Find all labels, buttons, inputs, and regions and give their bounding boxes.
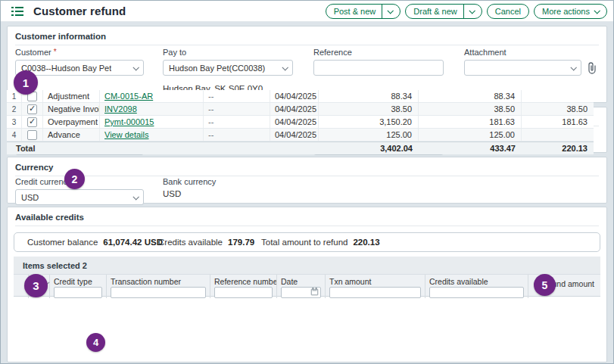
- customer-select[interactable]: C0038--Hudson Bay Pet: [15, 60, 144, 76]
- callout-4: 4: [86, 333, 105, 352]
- row-checkbox[interactable]: [27, 117, 37, 127]
- credit-type-filter[interactable]: [54, 287, 102, 298]
- credit-type-header: Credit type: [50, 275, 107, 298]
- items-selected-bar: Items selected 2: [14, 257, 600, 275]
- page-title: Customer refund: [33, 5, 126, 17]
- transaction-number-header: Transaction number: [107, 275, 210, 298]
- pay-to-value: Hudson Bay Pet(CC0038): [169, 64, 265, 73]
- chevron-down-icon[interactable]: [388, 8, 394, 14]
- credits-table-header: Credit type Transaction number Reference…: [14, 275, 600, 297]
- credits-summary-bar: Customer balance61,074.42 USD Credits av…: [14, 232, 600, 252]
- bank-currency-label: Bank currency: [163, 177, 216, 186]
- reference-input[interactable]: [313, 60, 444, 76]
- table-total-row: Total 3,402.04 433.47 220.13: [7, 142, 594, 154]
- post-and-new-label: Post & new: [334, 7, 376, 16]
- draft-and-new-label: Draft & new: [413, 7, 457, 16]
- chevron-down-icon: [132, 194, 139, 200]
- credit-currency-value: USD: [21, 193, 39, 202]
- draft-and-new-button[interactable]: Draft & new: [405, 4, 482, 19]
- attachment-select[interactable]: [464, 60, 581, 76]
- required-marker: *: [54, 48, 57, 56]
- post-and-new-button[interactable]: Post & new: [326, 4, 401, 19]
- reference-label: Reference: [313, 48, 444, 57]
- callout-1: 1: [14, 70, 38, 95]
- customer-refund-page: Customer refund Post & new Draft & new C…: [0, 0, 614, 364]
- pay-to-select[interactable]: Hudson Bay Pet(CC0038): [163, 60, 293, 76]
- reference-number-header: Reference number: [210, 275, 277, 298]
- chevron-down-icon: [594, 8, 600, 14]
- transaction-number-filter[interactable]: [111, 287, 206, 298]
- section-title: Customer information: [15, 26, 599, 45]
- credits-available-header: Credits available: [425, 275, 528, 298]
- chevron-down-icon: [570, 64, 576, 70]
- top-bar: Customer refund Post & new Draft & new C…: [1, 1, 613, 22]
- credit-currency-select[interactable]: USD: [15, 189, 144, 205]
- action-buttons: Post & new Draft & new Cancel More actio…: [326, 4, 607, 19]
- row-checkbox[interactable]: [27, 130, 37, 140]
- transaction-link[interactable]: CM-0015-AR: [104, 92, 153, 101]
- more-actions-label: More actions: [542, 7, 590, 16]
- customer-value: C0038--Hudson Bay Pet: [21, 64, 111, 73]
- attachment-label: Attachment: [464, 48, 597, 57]
- transaction-link[interactable]: Pymt-000015: [104, 117, 154, 126]
- total-amount-to-refund: Total amount to refund220.13: [261, 238, 380, 247]
- menu-icon[interactable]: [11, 7, 23, 16]
- table-row: 3 Overpayment Pymt-000015 -- 04/04/2025 …: [7, 116, 594, 129]
- chevron-down-icon: [282, 64, 288, 70]
- reference-number-filter[interactable]: [214, 287, 273, 298]
- section-title: Currency: [15, 157, 599, 176]
- table-row: 2 Negative Invoice INV2098 -- 04/04/2025…: [7, 103, 594, 116]
- transaction-link[interactable]: INV2098: [104, 104, 137, 114]
- txn-amount-filter[interactable]: [329, 287, 421, 298]
- calendar-icon[interactable]: [311, 289, 318, 296]
- section-title: Available credits: [15, 207, 599, 226]
- credits-available: Credits available179.79: [158, 238, 254, 247]
- paperclip-icon[interactable]: [587, 62, 597, 74]
- customer-balance: Customer balance61,074.42 USD: [27, 238, 163, 247]
- table-row: 1 Adjustment CM-0015-AR -- 04/04/2025 88…: [7, 90, 594, 103]
- button-divider: [382, 5, 382, 18]
- row-checkbox[interactable]: [27, 104, 37, 114]
- more-actions-button[interactable]: More actions: [534, 4, 607, 19]
- date-header: Date: [277, 275, 326, 298]
- cancel-label: Cancel: [495, 7, 521, 16]
- table-row: 4 Advance View details -- 04/04/2025 125…: [7, 129, 594, 142]
- chevron-down-icon: [132, 64, 139, 70]
- credits-available-filter[interactable]: [429, 287, 524, 298]
- button-divider: [463, 5, 464, 18]
- view-details-link[interactable]: View details: [104, 130, 149, 139]
- callout-2: 2: [64, 169, 85, 189]
- callout-5: 5: [534, 274, 556, 296]
- pay-to-label: Pay to: [163, 48, 293, 57]
- cancel-button[interactable]: Cancel: [487, 4, 529, 19]
- currency-section: Currency Credit currency* USD Bank curre…: [7, 157, 607, 204]
- bank-currency-value: USD: [163, 189, 216, 198]
- callout-3: 3: [24, 274, 48, 297]
- txn-amount-header: Txn amount: [326, 275, 425, 298]
- chevron-down-icon[interactable]: [469, 8, 475, 14]
- customer-label: Customer*: [15, 48, 144, 57]
